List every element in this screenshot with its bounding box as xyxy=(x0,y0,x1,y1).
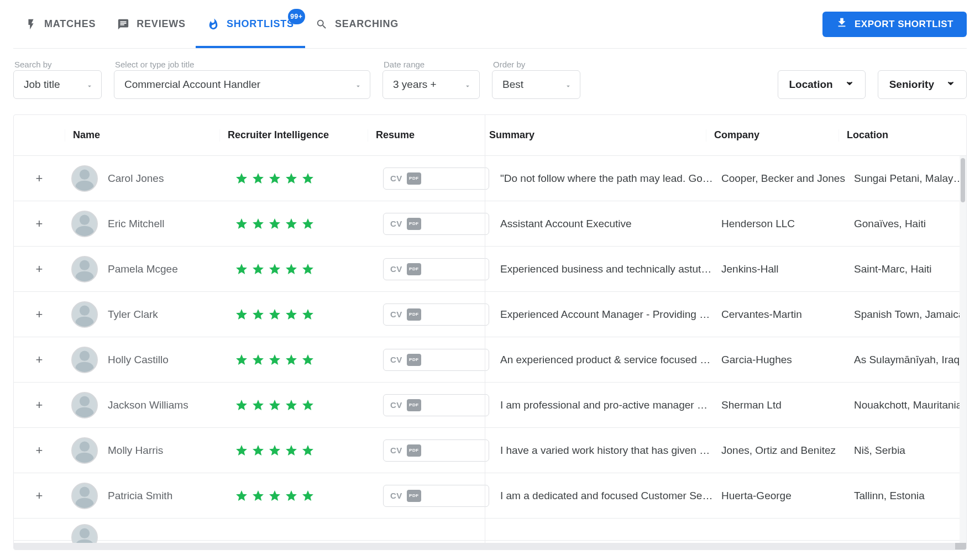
candidate-name: Holly Castillo xyxy=(108,354,169,366)
search-by-dropdown[interactable]: Job title xyxy=(13,70,102,99)
company-cell: Cooper, Becker and Jones xyxy=(714,172,846,185)
pdf-icon: PDF xyxy=(407,218,421,230)
col-intel-header[interactable]: Recruiter Intelligence xyxy=(219,129,368,142)
table-row[interactable]: +Carol JonesCVPDF"Do not follow where th… xyxy=(14,156,966,201)
cv-download-button[interactable]: CVPDF xyxy=(383,394,489,416)
candidate-name: Carol Jones xyxy=(108,172,164,185)
table-row[interactable]: +Eric MitchellCVPDFAssistant Account Exe… xyxy=(14,201,966,247)
expand-row-button[interactable]: + xyxy=(14,489,65,503)
rating-stars xyxy=(227,172,375,185)
table-row[interactable]: +Pamela McgeeCVPDFExperienced business a… xyxy=(14,247,966,292)
col-summary-header[interactable]: Summary xyxy=(481,129,706,141)
expand-row-button[interactable]: + xyxy=(14,398,65,412)
date-range-dropdown[interactable]: 3 years + xyxy=(382,70,480,99)
resume-cell: CVPDF xyxy=(375,303,489,326)
star-icon xyxy=(251,263,265,276)
cv-download-button[interactable]: CVPDF xyxy=(383,213,489,235)
resume-cell: CVPDF xyxy=(375,349,489,371)
tab-shortlists[interactable]: SHORTLISTS 99+ xyxy=(207,0,294,48)
field-label: Date range xyxy=(382,60,480,69)
table-row[interactable]: +Holly CastilloCVPDFAn experienced produ… xyxy=(14,337,966,383)
col-name-header[interactable]: Name xyxy=(65,129,219,142)
expand-row-button[interactable]: + xyxy=(14,171,65,186)
tab-label: SHORTLISTS xyxy=(227,18,294,30)
svg-point-6 xyxy=(80,441,90,451)
star-icon xyxy=(268,489,281,503)
cv-label: CV xyxy=(390,400,402,410)
star-icon xyxy=(301,399,315,412)
avatar xyxy=(71,211,98,237)
star-icon xyxy=(251,308,265,321)
expand-row-button[interactable]: + xyxy=(14,217,65,231)
cv-download-button[interactable]: CVPDF xyxy=(383,258,489,280)
star-icon xyxy=(301,308,315,321)
col-location-header[interactable]: Location xyxy=(838,129,966,142)
pdf-icon: PDF xyxy=(407,354,421,366)
summary-cell: Assistant Account Executive xyxy=(489,218,714,230)
name-cell: Pamela Mcgee xyxy=(65,256,227,282)
location-cell: Tallinn, Estonia xyxy=(846,490,966,502)
table-row[interactable]: +Jackson WilliamsCVPDFI am professional … xyxy=(14,383,966,428)
job-title-dropdown[interactable]: Commercial Account Handler xyxy=(114,70,370,99)
cv-download-button[interactable]: CVPDF xyxy=(383,303,489,326)
cv-label: CV xyxy=(390,355,402,364)
tab-label: SEARCHING xyxy=(335,18,399,30)
col-company-header[interactable]: Company xyxy=(706,129,838,142)
summary-cell: I am professional and pro-active manager… xyxy=(489,399,714,411)
avatar xyxy=(71,483,98,509)
table-row[interactable]: +Tyler ClarkCVPDFExperienced Account Man… xyxy=(14,292,966,337)
filters-row: Search by Job title Select or type job t… xyxy=(13,49,967,114)
cv-download-button[interactable]: CVPDF xyxy=(383,485,489,507)
comment-icon xyxy=(117,18,130,31)
scrollbar-thumb[interactable] xyxy=(955,543,966,549)
tab-matches[interactable]: MATCHES xyxy=(24,0,96,48)
company-cell: Huerta-George xyxy=(714,490,846,502)
location-cell: Saint-Marc, Haiti xyxy=(846,263,966,275)
pdf-icon: PDF xyxy=(407,444,421,457)
seniority-filter-button[interactable]: Seniority xyxy=(878,70,967,99)
expand-row-button[interactable]: + xyxy=(14,307,65,322)
tab-searching[interactable]: SEARCHING xyxy=(315,0,399,48)
star-icon xyxy=(301,444,315,457)
expand-row-button[interactable]: + xyxy=(14,262,65,276)
star-icon xyxy=(285,353,298,367)
star-icon xyxy=(251,399,265,412)
dropdown-value: Commercial Account Handler xyxy=(124,78,260,91)
pdf-icon: PDF xyxy=(407,490,421,502)
cv-download-button[interactable]: CVPDF xyxy=(383,349,489,371)
tab-label: MATCHES xyxy=(44,18,96,30)
chevron-down-icon xyxy=(564,81,572,88)
expand-row-button[interactable]: + xyxy=(14,353,65,367)
star-icon xyxy=(268,263,281,276)
col-resume-header[interactable]: Resume xyxy=(368,129,481,142)
star-icon xyxy=(235,353,248,367)
summary-cell: "Do not follow where the path may lead. … xyxy=(489,172,714,185)
field-label: Select or type job title xyxy=(114,60,370,69)
dropdown-value: Best xyxy=(502,78,523,91)
cv-download-button[interactable]: CVPDF xyxy=(383,168,489,190)
export-shortlist-button[interactable]: EXPORT SHORTLIST xyxy=(822,12,967,37)
avatar xyxy=(71,392,98,418)
name-cell: Molly Harris xyxy=(65,437,227,464)
vertical-scrollbar[interactable] xyxy=(960,156,966,543)
avatar xyxy=(71,437,98,464)
location-filter-button[interactable]: Location xyxy=(778,70,866,99)
star-icon xyxy=(285,399,298,412)
search-by-field: Search by Job title xyxy=(13,60,102,99)
cv-download-button[interactable]: CVPDF xyxy=(383,439,489,462)
vertical-divider xyxy=(485,115,485,543)
cv-label: CV xyxy=(390,491,402,500)
table-row[interactable]: +Molly HarrisCVPDFI have a varied work h… xyxy=(14,428,966,473)
expand-row-button[interactable]: + xyxy=(14,443,65,458)
location-cell: Niš, Serbia xyxy=(846,444,966,457)
star-icon xyxy=(301,172,315,185)
candidate-name: Jackson Williams xyxy=(108,399,188,411)
tab-reviews[interactable]: REVIEWS xyxy=(117,0,186,48)
horizontal-scrollbar[interactable] xyxy=(14,543,966,549)
table-row[interactable] xyxy=(14,519,966,541)
scrollbar-thumb[interactable] xyxy=(961,158,965,202)
fire-icon xyxy=(207,18,220,31)
summary-cell: I am a dedicated and focused Customer Se… xyxy=(489,490,714,502)
order-by-dropdown[interactable]: Best xyxy=(492,70,580,99)
chevron-down-icon xyxy=(464,81,471,88)
